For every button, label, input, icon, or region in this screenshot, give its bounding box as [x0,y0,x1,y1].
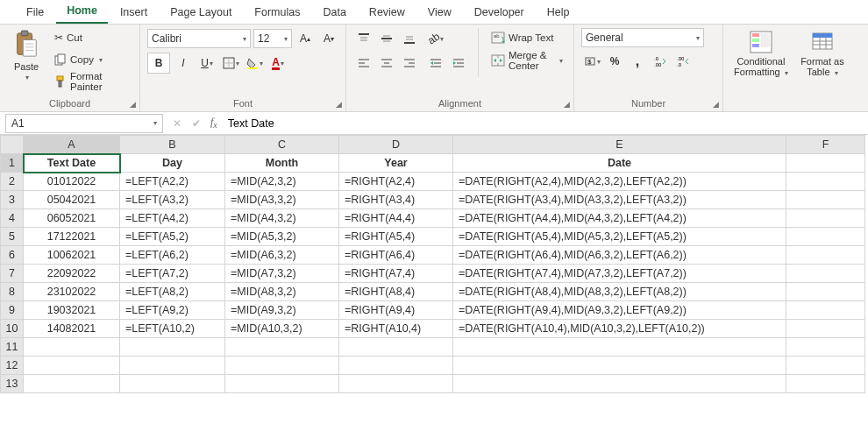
cell-E10[interactable]: =DATE(RIGHT(A10,4),MID(A10,3,2),LEFT(A10… [453,320,786,338]
cell-F13[interactable] [786,375,865,393]
cell-F3[interactable] [786,191,865,209]
cell-A12[interactable] [24,357,120,375]
fx-icon[interactable]: fx [210,116,217,130]
align-bottom-button[interactable] [399,28,420,49]
tab-formulas[interactable]: Formulas [244,2,310,24]
align-top-button[interactable] [353,28,374,49]
decrease-font-button[interactable]: A▾ [318,28,339,49]
cell-C9[interactable]: =MID(A9,3,2) [225,301,339,320]
formula-input[interactable] [223,114,868,133]
underline-button[interactable]: U▾ [196,53,217,74]
cell-F7[interactable] [786,265,865,283]
cell-D10[interactable]: =RIGHT(A10,4) [339,320,453,338]
cell-C7[interactable]: =MID(A7,3,2) [225,265,339,283]
cell-B4[interactable]: =LEFT(A4,2) [120,209,225,228]
cell-C10[interactable]: =MID(A10,3,2) [225,320,339,338]
cell-E6[interactable]: =DATE(RIGHT(A6,4),MID(A6,3,2),LEFT(A6,2)… [453,246,786,265]
fill-color-button[interactable]: ▾ [244,53,265,74]
cell-B11[interactable] [120,338,225,357]
row-header-9[interactable]: 9 [1,301,24,320]
cell-E13[interactable] [453,375,786,393]
cell-B10[interactable]: =LEFT(A10,2) [120,320,225,338]
cell-A2[interactable]: 01012022 [24,173,120,191]
row-header-5[interactable]: 5 [1,228,24,246]
paste-button[interactable]: Paste ▾ [7,28,46,83]
worksheet-grid[interactable]: A B C D E F 1 Text Date Day Month Year D… [0,135,865,393]
cell-D12[interactable] [339,357,453,375]
row-header-8[interactable]: 8 [1,283,24,301]
font-name-combo[interactable]: Calibri▾ [147,29,251,48]
cell-E11[interactable] [453,338,786,357]
row-header-6[interactable]: 6 [1,246,24,265]
increase-indent-button[interactable] [448,53,469,74]
font-color-button[interactable]: A▾ [267,53,288,74]
select-all-corner[interactable] [1,136,24,154]
cell-E9[interactable]: =DATE(RIGHT(A9,4),MID(A9,3,2),LEFT(A9,2)… [453,301,786,320]
row-header-12[interactable]: 12 [1,357,24,375]
comma-button[interactable]: , [627,51,648,72]
tab-page-layout[interactable]: Page Layout [160,2,242,24]
enter-formula-button[interactable]: ✔ [188,117,205,130]
row-header-7[interactable]: 7 [1,265,24,283]
col-header-E[interactable]: E [453,136,786,154]
cell-D4[interactable]: =RIGHT(A4,4) [339,209,453,228]
percent-button[interactable]: % [604,51,625,72]
italic-button[interactable]: I [173,53,194,74]
col-header-F[interactable]: F [786,136,865,154]
cell-F11[interactable] [786,338,865,357]
row-header-3[interactable]: 3 [1,191,24,209]
increase-decimal-button[interactable]: .0.00 [650,51,671,72]
decrease-indent-button[interactable] [425,53,446,74]
cell-D7[interactable]: =RIGHT(A7,4) [339,265,453,283]
cell-B5[interactable]: =LEFT(A5,2) [120,228,225,246]
format-as-table-button[interactable]: Format as Table ▾ [797,28,848,80]
cell-C8[interactable]: =MID(A8,3,2) [225,283,339,301]
row-header-2[interactable]: 2 [1,173,24,191]
clipboard-launcher[interactable]: ◢ [127,99,138,110]
cell-F8[interactable] [786,283,865,301]
accounting-format-button[interactable]: $▾ [581,51,602,72]
col-header-A[interactable]: A [24,136,120,154]
tab-insert[interactable]: Insert [110,2,158,24]
cell-B6[interactable]: =LEFT(A6,2) [120,246,225,265]
cell-D2[interactable]: =RIGHT(A2,4) [339,173,453,191]
cell-A1[interactable]: Text Date [24,154,120,173]
conditional-formatting-button[interactable]: Conditional Formatting ▾ [730,28,792,80]
tab-file[interactable]: File [16,2,54,24]
cell-D5[interactable]: =RIGHT(A5,4) [339,228,453,246]
cell-D6[interactable]: =RIGHT(A6,4) [339,246,453,265]
cell-E4[interactable]: =DATE(RIGHT(A4,4),MID(A4,3,2),LEFT(A4,2)… [453,209,786,228]
cell-F4[interactable] [786,209,865,228]
row-header-4[interactable]: 4 [1,209,24,228]
cell-A8[interactable]: 23102022 [24,283,120,301]
cell-E3[interactable]: =DATE(RIGHT(A3,4),MID(A3,3,2),LEFT(A3,2)… [453,191,786,209]
col-header-B[interactable]: B [120,136,225,154]
cell-C2[interactable]: =MID(A2,3,2) [225,173,339,191]
row-header-10[interactable]: 10 [1,320,24,338]
wrap-text-button[interactable]: ab Wrap Text [487,28,566,47]
align-center-button[interactable] [376,53,397,74]
number-format-combo[interactable]: General▾ [581,28,704,47]
cell-C6[interactable]: =MID(A6,3,2) [225,246,339,265]
decrease-decimal-button[interactable]: .00.0 [672,51,694,72]
tab-data[interactable]: Data [312,2,356,24]
merge-center-button[interactable]: Merge & Center ▾ [487,51,566,70]
cell-E2[interactable]: =DATE(RIGHT(A2,4),MID(A2,3,2),LEFT(A2,2)… [453,173,786,191]
cell-E7[interactable]: =DATE(RIGHT(A7,4),MID(A7,3,2),LEFT(A7,2)… [453,265,786,283]
cell-E12[interactable] [453,357,786,375]
cell-A6[interactable]: 10062021 [24,246,120,265]
row-header-13[interactable]: 13 [1,375,24,393]
col-header-D[interactable]: D [339,136,453,154]
cell-E1[interactable]: Date [453,154,786,173]
cell-A13[interactable] [24,375,120,393]
cell-F5[interactable] [786,228,865,246]
cell-F9[interactable] [786,301,865,320]
copy-button[interactable]: Copy ▾ [51,50,132,69]
bold-button[interactable]: B [147,53,170,74]
name-box[interactable]: A1 ▾ [5,114,163,133]
row-header-1[interactable]: 1 [1,154,24,173]
cell-D13[interactable] [339,375,453,393]
cell-B8[interactable]: =LEFT(A8,2) [120,283,225,301]
cell-C13[interactable] [225,375,339,393]
cell-C4[interactable]: =MID(A4,3,2) [225,209,339,228]
